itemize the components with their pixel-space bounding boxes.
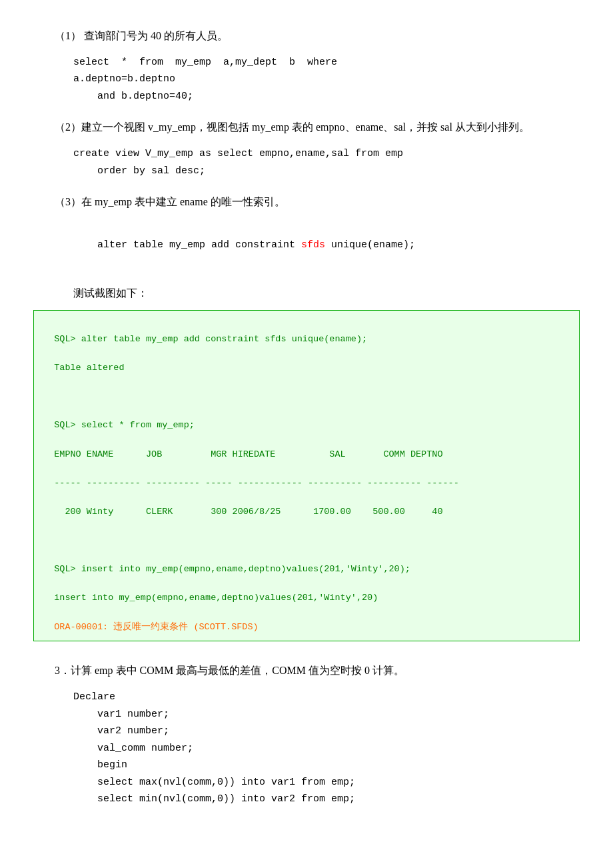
terminal-error-line: ORA-00001: 违反唯一约束条件 (SCOTT.SFDS) — [54, 622, 258, 632]
terminal-line9: SQL> insert into my_emp(empno,ename,dept… — [54, 564, 410, 574]
code-red-keyword: sfds — [301, 239, 325, 251]
section-1: （1） 查询部门号为 40 的所有人员。 select * from my_em… — [33, 27, 580, 105]
section-3-code: alter table my_emp add constraint sfds u… — [73, 220, 580, 271]
terminal-line5: EMPNO ENAME JOB MGR HIREDATE SAL COMM DE… — [54, 449, 442, 459]
section-1-title: （1） 查询部门号为 40 的所有人员。 — [33, 27, 580, 46]
terminal-line7: 200 Winty CLERK 300 2006/8/25 1700.00 50… — [54, 507, 442, 517]
problem-3: 3．计算 emp 表中 COMM 最高与最低的差值，COMM 值为空时按 0 计… — [33, 661, 580, 807]
section-2-code: create view V_my_emp as select empno,ena… — [73, 145, 580, 179]
terminal-output: SQL> alter table my_emp add constraint s… — [33, 310, 580, 641]
code-before-red: alter table my_emp add constraint — [97, 239, 301, 251]
section-1-code: select * from my_emp a,my_dept b where a… — [73, 54, 580, 105]
test-label: 测试截图如下： — [73, 284, 580, 303]
problem-3-title: 3．计算 emp 表中 COMM 最高与最低的差值，COMM 值为空时按 0 计… — [33, 661, 580, 681]
terminal-line4: SQL> select * from my_emp; — [54, 420, 195, 430]
section-2-title: （2）建立一个视图 v_my_emp，视图包括 my_emp 表的 empno、… — [33, 118, 580, 137]
problem-3-code: Declare var1 number; var2 number; val_co… — [73, 689, 580, 808]
section-2: （2）建立一个视图 v_my_emp，视图包括 my_emp 表的 empno、… — [33, 118, 580, 179]
terminal-line1: SQL> alter table my_emp add constraint s… — [54, 334, 367, 344]
terminal-line2: Table altered — [54, 363, 124, 373]
section-3: （3）在 my_emp 表中建立 ename 的唯一性索引。 alter tab… — [33, 193, 580, 271]
terminal-line6: ----- ---------- ---------- ----- ------… — [54, 478, 459, 488]
code-after-red: unique(ename); — [325, 239, 415, 251]
section-3-title: （3）在 my_emp 表中建立 ename 的唯一性索引。 — [33, 193, 580, 212]
terminal-line10: insert into my_emp(empno,ename,deptno)va… — [54, 593, 378, 603]
